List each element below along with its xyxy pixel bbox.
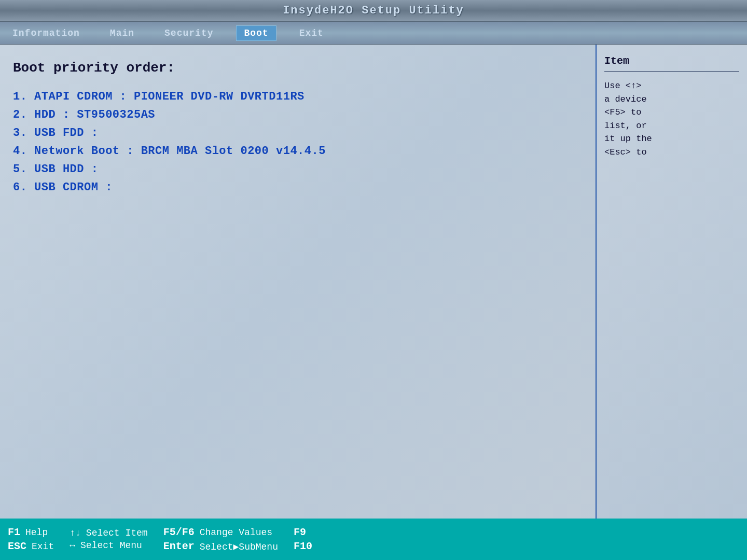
bottom-values-line-1: F5/F6 Change Values	[163, 526, 278, 538]
main-content: Boot priority order: 1. ATAPI CDROM : PI…	[0, 45, 747, 519]
key-f10: F10	[294, 540, 312, 552]
bottom-nav-line-2: ↔ Select Menu	[70, 540, 147, 551]
help-line-3: <F5> to	[604, 106, 739, 119]
boot-item-6[interactable]: 6. USB CDROM :	[13, 181, 583, 194]
menu-item-information[interactable]: Information	[5, 26, 87, 40]
desc-exit: Exit	[32, 541, 54, 552]
bottom-row-line-2: ESC Exit	[8, 540, 54, 552]
help-line-5: it up the	[604, 132, 739, 146]
boot-item-3[interactable]: 3. USB FDD :	[13, 127, 583, 139]
arrow-leftright-icon: ↔	[70, 540, 75, 551]
bottom-row-line-1: F1 Help	[8, 526, 54, 538]
menu-bar: Information Main Security Boot Exit	[0, 22, 747, 45]
bottom-fn-line-2: F10	[294, 540, 312, 552]
bottom-row-left: F1 Help ESC Exit	[8, 526, 54, 552]
help-line-2: a device	[604, 93, 739, 106]
help-line-6: <Esc> to	[604, 146, 739, 159]
key-f1: F1	[8, 526, 20, 538]
menu-item-exit[interactable]: Exit	[292, 26, 331, 40]
help-text: Use <↑> a device <F5> to list, or it up …	[604, 79, 739, 159]
menu-item-boot[interactable]: Boot	[236, 25, 276, 41]
menu-item-main[interactable]: Main	[103, 26, 142, 40]
boot-item-5[interactable]: 5. USB HDD :	[13, 163, 583, 176]
desc-change-values: Change Values	[200, 527, 272, 538]
section-title: Boot priority order:	[13, 60, 583, 76]
boot-item-4[interactable]: 4. Network Boot : BRCM MBA Slot 0200 v14…	[13, 145, 583, 158]
left-panel: Boot priority order: 1. ATAPI CDROM : PI…	[0, 45, 597, 519]
desc-select-menu: Select Menu	[80, 540, 142, 551]
key-f5f6: F5/F6	[163, 526, 195, 538]
bottom-values-line-2: Enter Select▶SubMenu	[163, 540, 278, 552]
arrow-updown-icon: ↑↓	[70, 528, 81, 538]
bottom-nav-line-1: ↑↓ Select Item	[70, 528, 147, 538]
desc-select-item: Select Item	[86, 528, 148, 538]
key-f9: F9	[294, 526, 306, 538]
help-line-1: Use <↑>	[604, 79, 739, 93]
menu-item-security[interactable]: Security	[157, 26, 220, 40]
key-esc: ESC	[8, 540, 26, 552]
bottom-row-fn: F9 F10	[294, 526, 312, 552]
bottom-row-nav: ↑↓ Select Item ↔ Select Menu	[70, 528, 147, 551]
desc-select-submenu: Select▶SubMenu	[200, 541, 278, 552]
desc-help: Help	[25, 527, 48, 538]
title-bar: InsydeH2O Setup Utility	[0, 0, 747, 22]
right-panel: Item Use <↑> a device <F5> to list, or i…	[597, 45, 747, 519]
boot-list: 1. ATAPI CDROM : PIONEER DVD-RW DVRTD11R…	[13, 90, 583, 194]
boot-item-1[interactable]: 1. ATAPI CDROM : PIONEER DVD-RW DVRTD11R…	[13, 90, 583, 103]
app-title: InsydeH2O Setup Utility	[283, 4, 464, 17]
help-line-4: list, or	[604, 119, 739, 133]
bottom-row-values: F5/F6 Change Values Enter Select▶SubMenu	[163, 526, 278, 552]
bottom-fn-line-1: F9	[294, 526, 312, 538]
boot-item-2[interactable]: 2. HDD : ST9500325AS	[13, 108, 583, 121]
right-panel-title: Item	[604, 55, 739, 72]
bottom-bar: F1 Help ESC Exit ↑↓ Select Item ↔ Select…	[0, 519, 747, 560]
key-enter: Enter	[163, 540, 195, 552]
